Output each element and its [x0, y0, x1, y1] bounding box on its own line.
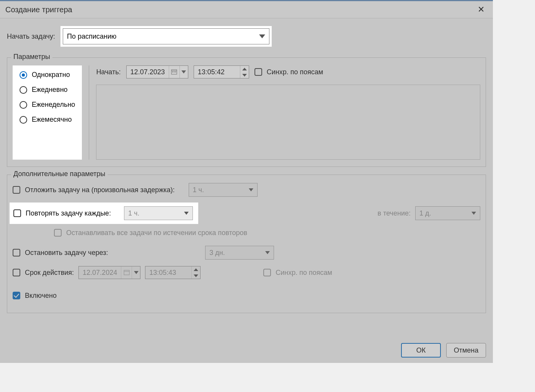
expire-time-picker[interactable]: 13:05:43: [145, 266, 201, 279]
expire-checkbox[interactable]: [13, 269, 20, 276]
stop-after-value: 3 дн.: [209, 249, 225, 257]
radio-once-label: Однократно: [32, 71, 70, 79]
cancel-button-label: Отмена: [454, 346, 479, 354]
begin-task-label: Начать задачу:: [7, 33, 55, 41]
radio-monthly[interactable]: Ежемесячно: [20, 116, 75, 124]
chevron-down-icon: [179, 66, 188, 78]
delay-checkbox[interactable]: [13, 186, 20, 194]
radio-once[interactable]: Однократно: [20, 71, 75, 79]
stop-all-checkbox: [54, 229, 62, 237]
radio-monthly-label: Ежемесячно: [32, 116, 72, 124]
repeat-label: Повторять задачу каждые:: [26, 209, 111, 217]
calendar-icon: [169, 66, 179, 78]
svg-rect-5: [124, 270, 129, 275]
advanced-legend: Дополнительные параметры: [11, 170, 108, 178]
ok-button-label: ОК: [416, 346, 426, 354]
divider: [89, 65, 89, 160]
spinner-icon: [191, 266, 200, 279]
expire-date-picker[interactable]: 12.07.2024: [78, 266, 140, 279]
chevron-down-icon: [471, 212, 476, 215]
begin-task-combo[interactable]: По расписанию: [63, 28, 269, 44]
duration-combo[interactable]: 1 д.: [415, 206, 480, 220]
titlebar: Создание триггера ✕: [0, 0, 493, 18]
schedule-radios: Однократно Ежедневно Еженедельно Ежемеся…: [13, 65, 82, 160]
sync-tz-label: Синхр. по поясам: [267, 68, 323, 76]
enabled-label: Включено: [25, 292, 57, 300]
stop-all-label: Останавливать все задачи по истечении ср…: [66, 229, 247, 237]
radio-icon: [20, 101, 27, 109]
dialog-title: Создание триггера: [5, 5, 72, 14]
repeat-value: 1 ч.: [128, 209, 139, 217]
stop-after-label: Остановить задачу через:: [25, 249, 108, 257]
radio-icon: [20, 116, 27, 124]
enabled-checkbox[interactable]: [13, 292, 20, 299]
begin-task-value: По расписанию: [67, 33, 116, 41]
chevron-down-icon: [265, 251, 270, 254]
delay-label: Отложить задачу на (произвольная задержк…: [25, 186, 175, 194]
spinner-icon: [240, 66, 249, 78]
ok-button[interactable]: ОК: [401, 343, 441, 358]
radio-weekly-label: Еженедельно: [32, 101, 75, 109]
sync-tz-checkbox[interactable]: [254, 68, 262, 76]
chevron-down-icon: [259, 34, 265, 38]
chevron-down-icon: [132, 266, 140, 279]
expire-sync-label: Синхр. по поясам: [276, 269, 332, 277]
stop-after-combo[interactable]: 3 дн.: [205, 246, 274, 260]
radio-weekly[interactable]: Еженедельно: [20, 101, 75, 109]
radio-daily[interactable]: Ежедневно: [20, 86, 75, 94]
chevron-down-icon: [249, 188, 253, 191]
radio-icon: [20, 86, 27, 94]
delay-combo[interactable]: 1 ч.: [189, 183, 258, 197]
duration-label: в течение:: [378, 209, 411, 217]
params-legend: Параметры: [11, 53, 52, 61]
schedule-detail-panel: [96, 85, 480, 160]
delay-value: 1 ч.: [193, 186, 204, 194]
calendar-icon: [121, 266, 132, 279]
radio-icon: [20, 71, 27, 79]
cancel-button[interactable]: Отмена: [446, 343, 486, 358]
start-time-picker[interactable]: 13:05:42: [194, 65, 249, 78]
stop-after-checkbox[interactable]: [13, 249, 20, 256]
start-time-value: 13:05:42: [194, 68, 240, 76]
start-date-value: 12.07.2023: [127, 68, 169, 76]
params-group: Параметры Однократно Ежедневно Еженедель…: [7, 57, 486, 167]
close-icon[interactable]: ✕: [475, 3, 488, 16]
advanced-group: Дополнительные параметры Отложить задачу…: [7, 175, 486, 313]
start-date-picker[interactable]: 12.07.2023: [126, 65, 188, 78]
svg-rect-4: [175, 72, 176, 72]
expire-time-value: 13:05:43: [145, 269, 191, 277]
duration-value: 1 д.: [419, 209, 431, 217]
svg-rect-2: [172, 72, 173, 72]
radio-daily-label: Ежедневно: [32, 86, 68, 94]
repeat-combo[interactable]: 1 ч.: [124, 206, 193, 220]
chevron-down-icon: [184, 212, 189, 215]
start-label: Начать:: [96, 68, 121, 76]
svg-rect-3: [174, 72, 175, 72]
repeat-checkbox[interactable]: [13, 209, 21, 217]
expire-date-value: 12.07.2024: [79, 269, 121, 277]
expire-sync-checkbox: [263, 269, 271, 276]
expire-label: Срок действия:: [25, 269, 74, 277]
